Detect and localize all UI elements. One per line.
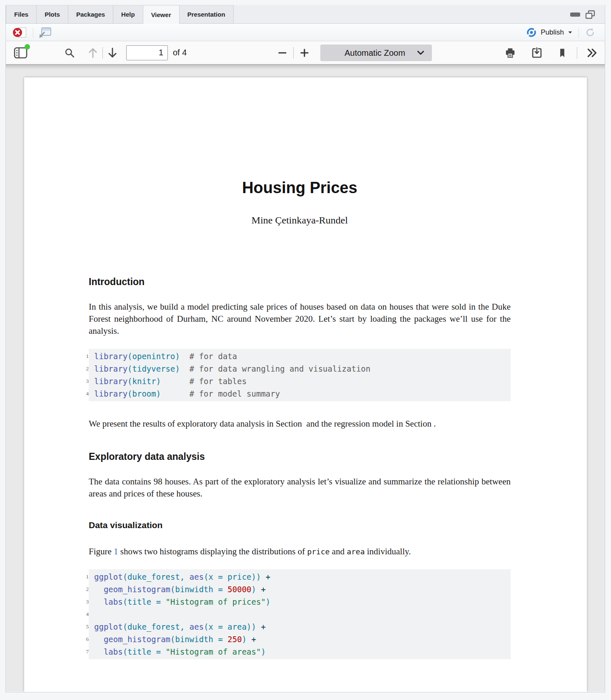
paragraph: We present the results of exploratory da… [89, 418, 511, 430]
bookmark-icon[interactable] [557, 47, 568, 58]
section-heading: Data visualization [89, 520, 511, 531]
stop-button[interactable] [13, 27, 28, 38]
tab-presentation[interactable]: Presentation [180, 5, 234, 23]
code-line: 6 geom_histogram(binwidth = 250) + [94, 633, 511, 645]
next-page-icon[interactable] [107, 47, 118, 59]
code-text: labs(title = "Histogram of prices") [94, 597, 270, 606]
line-number: 5 [79, 621, 89, 633]
code-line: 3library(knitr) # for tables [94, 375, 511, 387]
line-number: 2 [79, 583, 89, 596]
notification-green-dot [25, 44, 30, 50]
text-segment: individually. [365, 546, 411, 556]
viewer-toolbar: Publish [6, 24, 605, 41]
code-text: geom_histogram(binwidth = 50000) + [94, 585, 266, 594]
pdf-page: Housing Prices Mine Çetinkaya-Rundel Int… [24, 77, 587, 692]
code-block: 1library(openintro) # for data2library(t… [89, 349, 511, 401]
code-text: geom_histogram(binwidth = 250) + [94, 635, 256, 644]
line-number: 7 [79, 645, 89, 658]
publish-caret-icon [568, 31, 573, 34]
code-block: 1ggplot(duke_forest, aes(x = price)) +2 … [89, 569, 511, 659]
code-line: 3 labs(title = "Histogram of prices") [94, 596, 511, 608]
toolbar-separator [579, 27, 579, 37]
more-tools-icon[interactable] [586, 47, 598, 58]
code-text: labs(title = "Histogram of areas") [94, 647, 266, 656]
code-line: 4library(broom) # for model summary [94, 387, 511, 400]
tab-plots[interactable]: Plots [37, 5, 68, 23]
tab-help[interactable]: Help [113, 5, 143, 23]
zoom-select-label: Automatic Zoom [333, 48, 417, 58]
section-heading: Introduction [89, 276, 511, 288]
page-count-label: of 4 [173, 48, 187, 57]
text-segment: We present the results of exploratory da… [89, 419, 436, 429]
code-text: ggplot(duke_forest, aes(x = price)) + [94, 572, 270, 581]
text-segment: In this analysis, we build a model predi… [89, 302, 511, 336]
line-number: 3 [79, 375, 89, 387]
line-number: 4 [79, 608, 89, 621]
document-title: Housing Prices [89, 179, 511, 197]
maximize-pane-icon[interactable] [585, 10, 596, 20]
publish-label: Publish [541, 28, 564, 37]
tab-packages[interactable]: Packages [68, 5, 113, 23]
line-number: 1 [79, 571, 89, 583]
paragraph: The data contains 98 houses. As part of … [89, 476, 511, 500]
code-text [94, 610, 99, 619]
search-icon[interactable] [64, 47, 75, 58]
stop-red-x-icon [13, 28, 22, 37]
code-text: library(broom) # for model summary [94, 389, 280, 398]
section-heading: Exploratory data analysis [89, 451, 511, 462]
line-number: 3 [79, 596, 89, 608]
text-segment: and [330, 546, 347, 556]
minimize-pane-icon[interactable] [570, 12, 581, 17]
document-content: Housing Prices Mine Çetinkaya-Rundel Int… [24, 179, 587, 659]
line-number: 1 [79, 350, 89, 362]
toolbar-separator [33, 27, 33, 37]
download-icon[interactable] [531, 47, 543, 59]
code-line: 1library(openintro) # for data [94, 350, 511, 362]
text-segment: Figure [89, 546, 114, 556]
zoom-in-icon[interactable] [299, 47, 310, 59]
code-text: library(knitr) # for tables [94, 377, 247, 386]
line-number: 4 [79, 387, 89, 400]
code-line: 1ggplot(duke_forest, aes(x = price)) + [94, 571, 511, 583]
code-line: 4 [94, 608, 511, 621]
figure-ref-link[interactable]: 1 [114, 546, 118, 556]
zoom-out-icon[interactable] [277, 47, 288, 59]
pdf-viewer-area[interactable]: Housing Prices Mine Çetinkaya-Rundel Int… [6, 65, 605, 692]
inline-code: price [307, 547, 329, 556]
rstudio-window: Files Plots Packages Help Viewer Present… [0, 0, 611, 700]
code-text: library(openintro) # for data [94, 352, 237, 361]
publish-button[interactable]: Publish [526, 27, 573, 37]
publish-icon [526, 27, 537, 37]
toggle-sidebar-button[interactable] [13, 46, 28, 60]
toolbar-separator [293, 47, 294, 59]
paragraph: In this analysis, we build a model predi… [89, 301, 511, 337]
text-segment: shows two histograms displaying the dist… [118, 546, 307, 556]
tab-files[interactable]: Files [6, 5, 37, 23]
code-text: ggplot(duke_forest, aes(x = area)) + [94, 622, 266, 631]
code-line: 2 geom_histogram(binwidth = 50000) + [94, 583, 511, 596]
pane-window-buttons [570, 5, 596, 24]
paragraph: Figure 1 shows two histograms displaying… [89, 546, 511, 558]
page-number-input[interactable] [126, 45, 168, 60]
text-segment: The data contains 98 houses. As part of … [89, 477, 511, 499]
line-number: 6 [79, 633, 89, 645]
previous-page-icon[interactable] [87, 47, 98, 59]
pane-tabbar: Files Plots Packages Help Viewer Present… [6, 5, 605, 24]
inline-code: area [347, 547, 364, 556]
document-body: IntroductionIn this analysis, we build a… [89, 276, 511, 659]
line-number: 2 [79, 362, 89, 375]
toolbar-separator [102, 47, 103, 59]
chevron-down-icon [417, 50, 424, 55]
print-icon[interactable] [504, 47, 516, 59]
tab-viewer[interactable]: Viewer [143, 5, 180, 24]
viewer-pane: Files Plots Packages Help Viewer Present… [5, 5, 605, 693]
refresh-icon[interactable] [585, 27, 596, 38]
document-author: Mine Çetinkaya-Rundel [89, 215, 511, 226]
code-line: 7 labs(title = "Histogram of areas") [94, 645, 511, 658]
zoom-select[interactable]: Automatic Zoom [320, 45, 432, 61]
pdf-toolbar: of 4 Automatic Zoom [6, 41, 605, 65]
open-in-new-window-button[interactable] [38, 27, 52, 38]
code-line: 5ggplot(duke_forest, aes(x = area)) + [94, 621, 511, 633]
code-text: library(tidyverse) # for data wrangling … [94, 364, 371, 373]
toolbar-separator [577, 47, 577, 59]
